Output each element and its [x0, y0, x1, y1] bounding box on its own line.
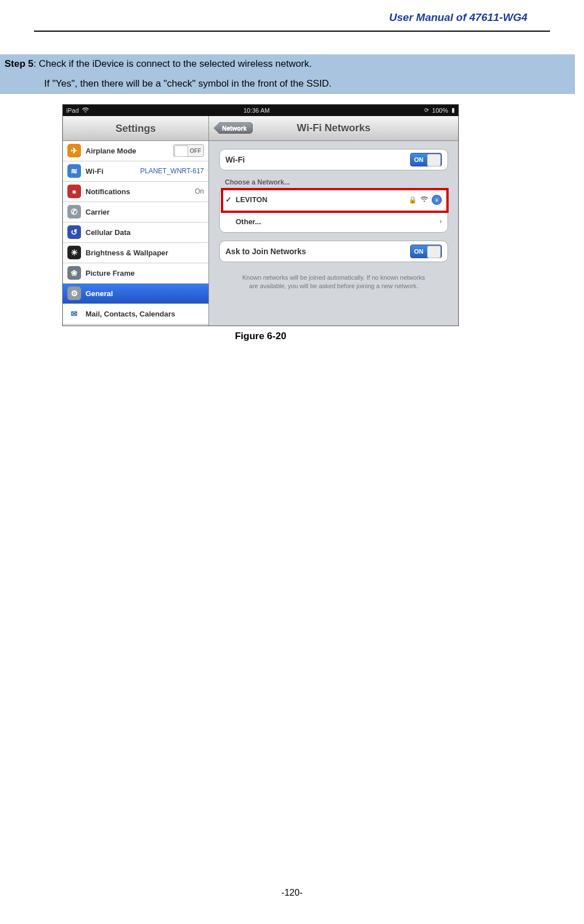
settings-title: Settings	[63, 116, 208, 141]
step-line1-rest: : Check if the iDevice is connect to the…	[33, 58, 312, 69]
wifi-toggle-label: Wi-Fi	[225, 155, 245, 164]
other-network-label: Other...	[236, 217, 261, 226]
figure-caption: Figure 6-20	[62, 331, 459, 342]
step-label: Step 5	[5, 58, 33, 69]
sidebar-item-picture-frame[interactable]: ❀Picture Frame	[63, 263, 208, 284]
step-line-1: Step 5: Check if the iDevice is connect …	[0, 54, 575, 74]
status-time: 10:36 AM	[244, 107, 270, 114]
airplane-mode-icon: ✈	[67, 144, 81, 157]
brightness-wallpaper-icon: ☀	[67, 246, 81, 259]
ask-to-join-toggle[interactable]: ON	[410, 245, 442, 258]
step-block: Step 5: Check if the iDevice is connect …	[0, 54, 575, 94]
sidebar-item-cellular-data[interactable]: ↺Cellular Data	[63, 223, 208, 243]
sidebar-item-label: Airplane Mode	[86, 147, 137, 155]
network-row-other[interactable]: Other... ›	[220, 211, 447, 232]
sidebar-item-label: Wi-Fi	[86, 167, 104, 176]
wi-fi-icon: ≋	[67, 164, 81, 178]
ask-to-join-row[interactable]: Ask to Join Networks ON	[219, 241, 448, 262]
step-line-2: If "Yes", then there will be a "check" s…	[0, 74, 575, 94]
wifi-panel-title: Wi-Fi Networks	[297, 122, 370, 134]
wifi-icon	[82, 108, 89, 113]
network-row-leviton[interactable]: ✓ LEVITON 🔒 ›	[220, 189, 447, 211]
header-rule	[34, 31, 550, 32]
wifi-panel-header: Network Wi-Fi Networks	[209, 116, 458, 141]
ask-to-join-label: Ask to Join Networks	[225, 247, 306, 256]
sidebar-item-carrier[interactable]: ✆Carrier	[63, 202, 208, 223]
status-bar: iPad 10:36 AM ⟳ 100% ▮	[63, 105, 458, 116]
status-device: iPad	[66, 107, 79, 114]
airplane-mode-toggle[interactable]: OFF	[173, 144, 204, 157]
detail-disclosure-icon[interactable]: ›	[432, 195, 442, 205]
cellular-data-icon: ↺	[67, 225, 81, 239]
sidebar-item-wi-fi[interactable]: ≋Wi-FiPLANET_WNRT-617	[63, 161, 208, 182]
sidebar-item-label: Notifications	[86, 187, 130, 196]
sidebar-item-mail-contacts-calendars[interactable]: ✉Mail, Contacts, Calendars	[63, 304, 208, 324]
carrier-icon: ✆	[67, 205, 81, 219]
general-icon: ⚙	[67, 286, 81, 300]
sidebar-item-label: General	[86, 289, 113, 298]
sidebar-item-label: Brightness & Wallpaper	[86, 249, 168, 257]
picture-frame-icon: ❀	[67, 266, 81, 280]
check-icon: ✓	[225, 195, 235, 204]
network-list: ✓ LEVITON 🔒 › Other... ›	[219, 189, 448, 233]
chevron-right-icon: ›	[440, 217, 442, 225]
sidebar-item-label: Cellular Data	[86, 228, 130, 237]
sidebar-item-label: Mail, Contacts, Calendars	[86, 310, 175, 318]
status-battery: 100%	[432, 107, 448, 114]
mail-contacts-calendars-icon: ✉	[67, 307, 81, 320]
page-number: -120-	[0, 888, 584, 898]
figure-wrap: iPad 10:36 AM ⟳ 100% ▮ Settings ✈Airplan…	[62, 104, 459, 342]
choose-network-label: Choose a Network...	[219, 178, 448, 189]
notifications-icon: ●	[67, 185, 81, 198]
sidebar-item-label: Carrier	[86, 208, 110, 216]
sidebar-item-notifications[interactable]: ●NotificationsOn	[63, 182, 208, 202]
settings-sidebar: Settings ✈Airplane ModeOFF≋Wi-FiPLANET_W…	[63, 116, 209, 326]
signal-icon	[420, 196, 428, 203]
battery-icon: ▮	[451, 106, 455, 114]
sidebar-item-brightness-wallpaper[interactable]: ☀Brightness & Wallpaper	[63, 243, 208, 263]
page-header-title: User Manual of 47611-WG4	[0, 0, 584, 31]
back-network-button[interactable]: Network	[214, 122, 253, 134]
network-name: LEVITON	[236, 195, 267, 204]
wifi-toggle-row[interactable]: Wi-Fi ON	[219, 149, 448, 170]
wifi-toggle[interactable]: ON	[410, 153, 442, 166]
sidebar-item-value: PLANET_WNRT-617	[140, 167, 204, 175]
sidebar-item-label: Picture Frame	[86, 269, 135, 277]
sidebar-item-value: On	[195, 187, 204, 195]
wifi-panel: Network Wi-Fi Networks Wi-Fi ON Choose a…	[209, 116, 458, 326]
lock-icon: 🔒	[408, 196, 417, 204]
ask-to-join-desc: Known networks will be joined automatica…	[219, 270, 448, 290]
ipad-screenshot: iPad 10:36 AM ⟳ 100% ▮ Settings ✈Airplan…	[62, 104, 459, 326]
sidebar-item-general[interactable]: ⚙General	[63, 284, 208, 304]
sidebar-item-airplane-mode[interactable]: ✈Airplane ModeOFF	[63, 141, 208, 161]
